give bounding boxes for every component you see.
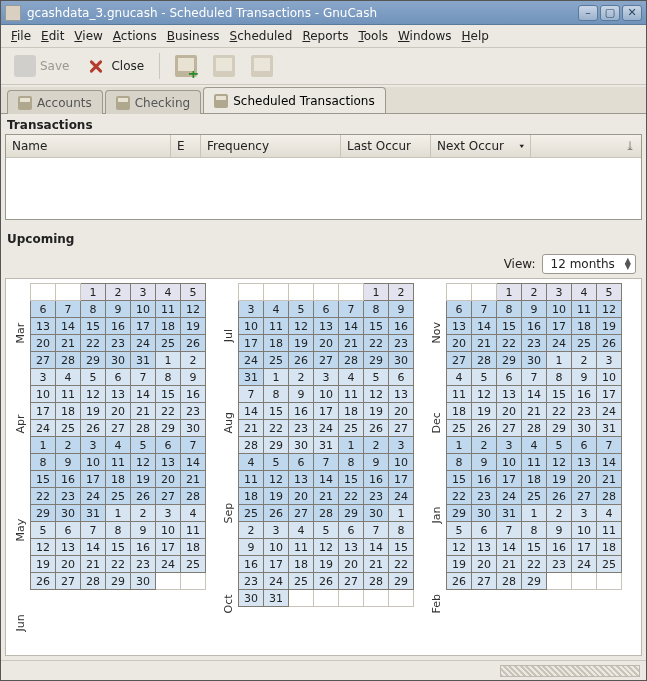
calendar-day[interactable]: 23 [239, 573, 264, 590]
calendar-day[interactable]: 24 [389, 488, 414, 505]
calendar-day[interactable]: 16 [389, 318, 414, 335]
calendar-day[interactable]: 26 [597, 335, 622, 352]
calendar-day[interactable]: 18 [447, 403, 472, 420]
col-last-occur[interactable]: Last Occur [341, 135, 431, 157]
calendar-day[interactable]: 6 [56, 522, 81, 539]
calendar-day[interactable]: 6 [339, 522, 364, 539]
calendar-day[interactable]: 24 [131, 335, 156, 352]
calendar-day[interactable]: 17 [264, 556, 289, 573]
calendar-day[interactable]: 28 [56, 352, 81, 369]
calendar-day[interactable]: 22 [339, 488, 364, 505]
calendar-day[interactable]: 19 [181, 318, 206, 335]
calendar-day[interactable]: 28 [497, 573, 522, 590]
calendar-day[interactable]: 17 [572, 539, 597, 556]
calendar-day[interactable]: 30 [289, 437, 314, 454]
calendar-day[interactable]: 28 [597, 488, 622, 505]
calendar-day[interactable]: 4 [264, 301, 289, 318]
calendar-day[interactable]: 15 [547, 386, 572, 403]
calendar-day[interactable]: 22 [547, 403, 572, 420]
calendar-day[interactable]: 20 [31, 335, 56, 352]
calendar-day[interactable]: 2 [131, 505, 156, 522]
calendar-day[interactable]: 13 [389, 386, 414, 403]
calendar-day[interactable]: 2 [364, 437, 389, 454]
calendar-day[interactable]: 25 [156, 335, 181, 352]
calendar-day[interactable]: 21 [131, 403, 156, 420]
calendar-day[interactable]: 24 [264, 573, 289, 590]
calendar-day[interactable]: 20 [497, 403, 522, 420]
calendar-day[interactable]: 23 [522, 335, 547, 352]
close-button[interactable]: Close [80, 52, 149, 80]
calendar-day[interactable]: 17 [389, 471, 414, 488]
calendar-day[interactable]: 23 [472, 488, 497, 505]
calendar-day[interactable]: 9 [239, 539, 264, 556]
calendar-day[interactable]: 4 [572, 284, 597, 301]
calendar-day[interactable]: 20 [56, 556, 81, 573]
calendar-day[interactable]: 20 [472, 556, 497, 573]
calendar-day[interactable]: 5 [81, 369, 106, 386]
minimize-button[interactable]: – [578, 5, 598, 21]
calendar-day[interactable]: 1 [547, 352, 572, 369]
calendar-day[interactable]: 10 [264, 539, 289, 556]
calendar-day[interactable]: 25 [572, 335, 597, 352]
calendar-day[interactable]: 2 [56, 437, 81, 454]
calendar-day[interactable]: 6 [572, 437, 597, 454]
calendar-day[interactable]: 5 [597, 284, 622, 301]
calendar-day[interactable]: 18 [156, 318, 181, 335]
calendar-day[interactable]: 27 [572, 488, 597, 505]
calendar-day[interactable]: 29 [264, 437, 289, 454]
calendar-day[interactable]: 17 [239, 335, 264, 352]
calendar-day[interactable]: 7 [497, 522, 522, 539]
calendar-day[interactable]: 4 [156, 284, 181, 301]
calendar-day[interactable]: 28 [181, 488, 206, 505]
calendar-day[interactable]: 12 [447, 539, 472, 556]
calendar-day[interactable]: 2 [572, 352, 597, 369]
calendar-day[interactable]: 17 [597, 386, 622, 403]
calendar-day[interactable]: 27 [31, 352, 56, 369]
calendar-day[interactable]: 4 [522, 437, 547, 454]
calendar-day[interactable]: 9 [289, 386, 314, 403]
calendar-day[interactable]: 1 [264, 369, 289, 386]
calendar-day[interactable]: 25 [106, 488, 131, 505]
calendar-day[interactable]: 24 [239, 352, 264, 369]
calendar-day[interactable]: 24 [547, 335, 572, 352]
calendar-day[interactable]: 15 [81, 318, 106, 335]
calendar-day[interactable]: 4 [447, 369, 472, 386]
col-name[interactable]: Name [6, 135, 171, 157]
calendar-day[interactable]: 1 [339, 437, 364, 454]
calendar-day[interactable]: 14 [239, 403, 264, 420]
calendar-day[interactable]: 4 [339, 369, 364, 386]
calendar-day[interactable]: 8 [389, 522, 414, 539]
calendar-day[interactable]: 21 [364, 556, 389, 573]
calendar-day[interactable]: 23 [364, 488, 389, 505]
calendar-day[interactable]: 5 [131, 437, 156, 454]
calendar-day[interactable]: 25 [522, 488, 547, 505]
calendar-day[interactable]: 12 [597, 301, 622, 318]
calendar-day[interactable]: 6 [497, 369, 522, 386]
calendar-day[interactable]: 27 [106, 420, 131, 437]
calendar-day[interactable]: 14 [181, 454, 206, 471]
calendar-day[interactable]: 10 [314, 386, 339, 403]
calendar-day[interactable]: 15 [264, 403, 289, 420]
calendar-day[interactable]: 14 [497, 539, 522, 556]
calendar-day[interactable]: 14 [81, 539, 106, 556]
calendar-day[interactable]: 15 [339, 471, 364, 488]
calendar-day[interactable]: 25 [447, 420, 472, 437]
calendar-day[interactable]: 14 [131, 386, 156, 403]
calendar-day[interactable]: 30 [131, 573, 156, 590]
calendar-day[interactable]: 25 [239, 505, 264, 522]
calendar-day[interactable]: 31 [597, 420, 622, 437]
calendar-day[interactable]: 11 [181, 522, 206, 539]
calendar-day[interactable]: 15 [31, 471, 56, 488]
calendar-day[interactable]: 21 [81, 556, 106, 573]
menu-edit[interactable]: Edit [37, 27, 68, 45]
calendar-day[interactable]: 10 [572, 522, 597, 539]
calendar-day[interactable]: 9 [389, 301, 414, 318]
calendar-day[interactable]: 21 [239, 420, 264, 437]
calendar-day[interactable]: 19 [264, 488, 289, 505]
calendar-day[interactable]: 26 [447, 573, 472, 590]
calendar-day[interactable]: 5 [181, 284, 206, 301]
transactions-list[interactable]: Name E Frequency Last Occur Next Occur▾ … [5, 134, 642, 220]
calendar-day[interactable]: 23 [131, 556, 156, 573]
calendar-day[interactable]: 7 [314, 454, 339, 471]
close-window-button[interactable]: ✕ [622, 5, 642, 21]
